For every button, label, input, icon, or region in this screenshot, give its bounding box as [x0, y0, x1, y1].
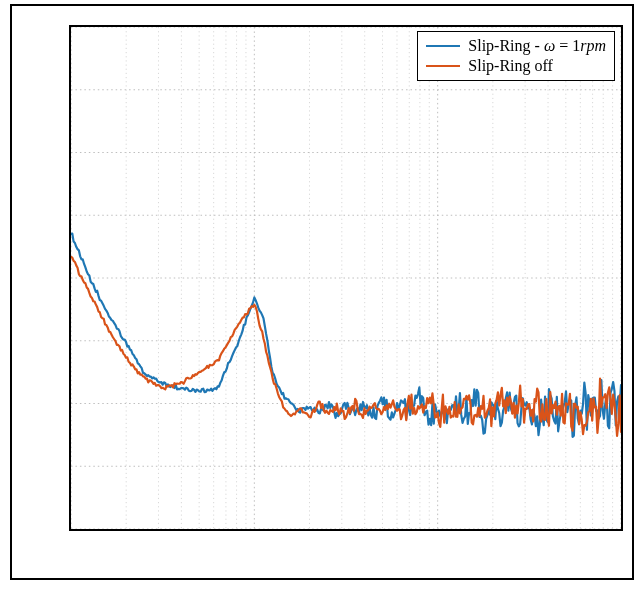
legend-item: Slip-Ring - ω = 1rpm	[426, 36, 606, 56]
legend-swatch	[426, 65, 460, 67]
legend: Slip-Ring - ω = 1rpm Slip-Ring off	[417, 31, 615, 81]
plot-area: Slip-Ring - ω = 1rpm Slip-Ring off	[69, 25, 623, 531]
legend-item: Slip-Ring off	[426, 56, 606, 76]
legend-swatch	[426, 45, 460, 47]
legend-label: Slip-Ring off	[468, 56, 553, 76]
legend-label: Slip-Ring - ω = 1rpm	[468, 36, 606, 56]
plot-svg	[71, 27, 621, 529]
